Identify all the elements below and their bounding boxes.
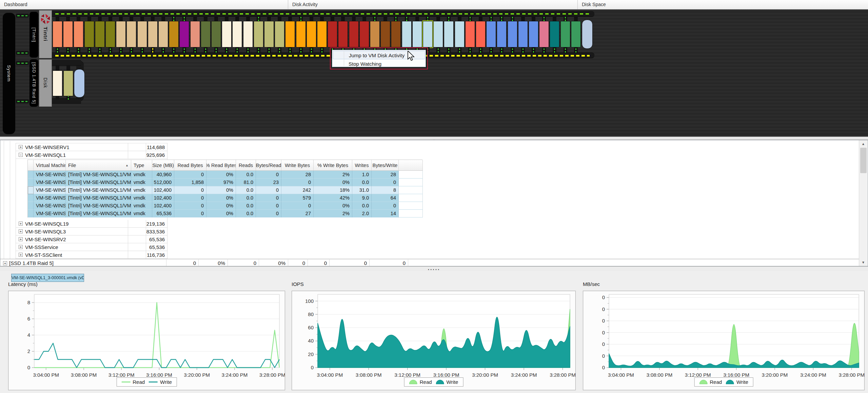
cell-reads[interactable]: 0.0 [236,171,256,179]
column-header-writes[interactable]: Writes [352,160,372,171]
cell-file[interactable]: [Tintri] VM-SE-WINSQL1/VM-SE-WIN... [66,186,131,194]
belt-row2-endcap[interactable] [74,69,85,98]
cell--read-bytes[interactable]: 97% [206,179,236,186]
cell-type[interactable]: vmdk [131,202,152,210]
cell-type[interactable]: vmdk [131,186,152,194]
cell-writes[interactable]: 31.0 [352,186,372,194]
cell-type[interactable]: vmdk [131,194,152,202]
table-group-row[interactable]: +VM-SE-WINSQL19219,136 [16,220,167,228]
splitter-top[interactable]: ∨ [0,137,868,140]
cell-write-bytes[interactable]: 28 [281,171,314,179]
row-selector[interactable] [28,210,34,218]
column-header-virtual-machine[interactable]: Virtual Machine▲ [34,160,66,171]
cell-write-bytes[interactable]: 579 [281,194,314,202]
panel-header-disk-activity[interactable]: Disk Activity [288,0,578,9]
cell-read-bytes[interactable]: 0 [174,186,206,194]
cell-bytes-write[interactable]: 8 [372,186,399,194]
cell-file[interactable]: [Tintri] VM-SE-WINSQL1/VM-SE-WIN... [66,210,131,218]
cell-file[interactable]: [Tintri] VM-SE-WINSQL1/VM-SE-WIN... [66,179,131,186]
cell--read-bytes[interactable]: 0% [206,171,236,179]
cell-bytes-read[interactable]: 0 [256,194,281,202]
cell-bytes-write[interactable]: 14 [372,210,399,218]
expander-icon[interactable]: + [19,237,23,241]
cell--write-bytes[interactable]: 18% [314,186,352,194]
cell--write-bytes[interactable]: 2% [314,171,352,179]
column-header-read-bytes[interactable]: Read Bytes [174,160,206,171]
column-header--write-bytes[interactable]: % Write Bytes [314,160,352,171]
cell--read-bytes[interactable]: 0% [206,210,236,218]
disk-block[interactable] [63,70,73,96]
cell-bytes-write[interactable]: 0 [372,179,399,186]
table-group-row[interactable]: +VM-ST-SSClient116,736 [16,251,167,259]
cell-empty[interactable] [399,210,423,218]
cell-writes[interactable]: 9.0 [352,194,372,202]
cell--read-bytes[interactable]: 0% [206,186,236,194]
table-group-row[interactable]: +VM-SSService65,536 [16,243,167,251]
disk-block[interactable] [53,70,62,96]
scroll-up-icon[interactable]: ▲ [860,141,867,147]
table-group-row[interactable]: +VM-SE-WINSERV1114,688 [16,143,167,151]
column-header-size-mb-[interactable]: Size (MB) [152,160,174,171]
cell-reads[interactable]: 0.0 [236,202,256,210]
cell-read-bytes[interactable]: 0 [174,202,206,210]
cell-bytes-read[interactable]: 0 [256,210,281,218]
cell-virtual-machine[interactable]: VM-SE-WINSQL1 [34,179,66,186]
cell-read-bytes[interactable]: 0 [174,210,206,218]
scroll-down-icon[interactable]: ▼ [860,259,867,266]
cell-size-mb-[interactable]: 102,400 [152,186,174,194]
cell-reads[interactable]: 0.0 [236,186,256,194]
cell-file[interactable]: [Tintri] VM-SE-WINSQL1/VM-SE-WIN... [66,194,131,202]
cell-size-mb-[interactable]: 512,000 [152,179,174,186]
cell-bytes-read[interactable]: 23 [256,179,281,186]
cell-file[interactable]: [Tintri] VM-SE-WINSQL1/VM-SE-WIN... [66,202,131,210]
cell-reads[interactable]: 0.0 [236,194,256,202]
cell-read-bytes[interactable]: 0 [174,194,206,202]
cell-bytes-write[interactable]: 28 [372,171,399,179]
cell-reads[interactable]: 0.0 [236,210,256,218]
column-header-reads[interactable]: Reads [236,160,256,171]
column-header-write-bytes[interactable]: Write Bytes [281,160,314,171]
cell-bytes-write[interactable]: 0 [372,202,399,210]
column-header-file[interactable]: File▲ [66,160,131,171]
row-selector[interactable] [28,179,34,186]
expander-icon[interactable]: − [19,153,23,157]
row-selector[interactable] [28,171,34,179]
cell-virtual-machine[interactable]: VM-SE-WINSQL1 [34,186,66,194]
cell-type[interactable]: vmdk [131,171,152,179]
expander-icon[interactable]: + [19,145,23,149]
cell-write-bytes[interactable]: 0 [281,202,314,210]
scrollbar-thumb[interactable] [860,148,867,173]
cell-size-mb-[interactable]: 102,400 [152,202,174,210]
column-header--read-bytes[interactable]: % Read Bytes [206,160,236,171]
vertical-scrollbar[interactable]: ▲ ▼ [859,140,867,266]
cell-read-bytes[interactable]: 1,858 [174,179,206,186]
cell--write-bytes[interactable]: 0% [314,202,352,210]
cell-writes[interactable]: 0.0 [352,202,372,210]
cell-size-mb-[interactable]: 40,960 [152,171,174,179]
cell-type[interactable]: vmdk [131,179,152,186]
cell-empty[interactable] [399,171,423,179]
table-group-row[interactable]: +VM-SE-WINSRV265,536 [16,235,167,243]
column-header-empty[interactable] [399,160,423,171]
cell-virtual-machine[interactable]: VM-SE-WINSQL1 [34,194,66,202]
cell-writes[interactable]: 1.0 [352,171,372,179]
panel-header-disk-space[interactable]: Disk Space [578,0,868,9]
cell-bytes-write[interactable]: 64 [372,194,399,202]
expander-icon[interactable]: + [19,245,23,249]
cell-write-bytes[interactable]: 0 [281,179,314,186]
cell-virtual-machine[interactable]: VM-SE-WINSQL1 [34,202,66,210]
cell-reads[interactable]: 81.0 [236,179,256,186]
cell--write-bytes[interactable]: 0% [314,179,352,186]
expander-icon[interactable]: + [19,222,23,226]
cell-read-bytes[interactable]: 0 [174,171,206,179]
cell-empty[interactable] [399,202,423,210]
cell-writes[interactable]: 0.0 [352,179,372,186]
cell-file[interactable]: [Tintri] VM-SE-WINSQL1/VM-SE-WIN... [66,171,131,179]
row-selector[interactable] [28,202,34,210]
expander-icon[interactable]: + [3,261,7,265]
cell-virtual-machine[interactable]: VM-SE-WINSQL1 [34,171,66,179]
cell-size-mb-[interactable]: 65,536 [152,210,174,218]
table-group-row[interactable]: +VM-SE-WINSQL3833,536 [16,228,167,235]
cell-bytes-read[interactable]: 0 [256,202,281,210]
cell-virtual-machine[interactable]: VM-SE-WINSQL1 [34,210,66,218]
